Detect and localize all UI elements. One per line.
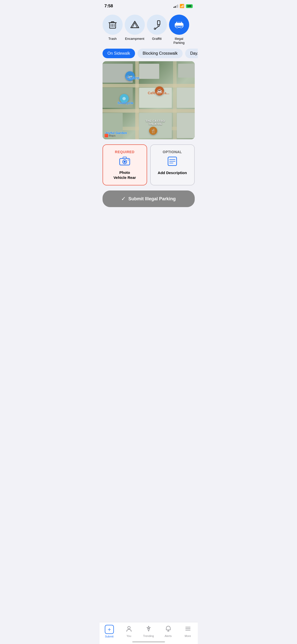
illegal-parking-icon [174,20,184,30]
camera-icon [119,156,130,168]
status-icons: 📶 100 [174,4,193,8]
encampment-label: Encampment [125,37,144,41]
svg-marker-7 [131,21,139,28]
svg-point-13 [154,28,156,29]
svg-point-22 [124,161,126,163]
svg-point-24 [128,159,129,160]
svg-rect-10 [157,21,160,25]
svg-point-18 [176,26,178,28]
status-bar: 7:58 📶 100 [100,0,198,11]
encampment-circle [125,15,145,35]
filter-blocking-crosswalk[interactable]: Blocking Crosswalk [138,49,183,58]
trash-circle [103,15,123,35]
filter-day[interactable]: Day... [185,49,197,58]
photo-card-label: PhotoVehicle Rear [113,170,136,180]
filter-list: On Sidewalk Blocking Crosswalk Day... [100,47,198,60]
submit-illegal-parking-button[interactable]: ✓ Submit Illegal Parking [103,190,195,207]
description-card-label: Add Description [158,170,187,175]
svg-line-12 [155,26,159,29]
restaurant-pin: 🍴 [149,127,157,135]
graffiti-label: Graffiti [152,37,161,41]
soulcycle-label: SoulCycle [118,101,134,105]
submit-check-icon: ✓ [121,196,126,202]
wifi-icon: 📶 [180,4,184,8]
submit-button-label: Submit Illegal Parking [128,196,176,202]
map-view[interactable]: 🚌 Castro ⊕ SoulCycle ☕ Cafe De Ca... THE… [103,61,195,139]
svg-rect-17 [175,23,183,26]
category-graffiti[interactable]: Graffiti [147,15,167,45]
graffiti-circle [147,15,167,35]
battery-icon: 100 [186,4,193,8]
category-list: Trash Encampment Graffiti [100,11,198,47]
illegal-parking-label: IllegalParking [173,37,184,45]
category-illegal-parking[interactable]: IllegalParking [169,15,189,45]
category-trash[interactable]: Trash [103,15,123,45]
illegal-parking-circle [169,15,189,35]
trash-label: Trash [108,37,117,41]
status-time: 7:58 [105,4,113,9]
signal-icon [174,4,178,8]
cafe-label: Cafe De Ca... [148,91,170,95]
photo-card[interactable]: REQUIRED PhotoVehicle Rear [103,144,147,185]
svg-rect-23 [123,157,126,158]
filter-on-sidewalk[interactable]: On Sidewalk [103,49,135,58]
graffiti-icon [152,20,162,30]
category-encampment[interactable]: Encampment [125,15,145,45]
castro-label: Castro [127,76,140,80]
description-icon [167,156,178,168]
theatre-label: THE CASTROTHEATRE [139,119,172,125]
svg-point-19 [180,26,182,28]
required-tag: REQUIRED [115,150,135,154]
optional-tag: OPTIONAL [163,150,182,154]
action-cards: REQUIRED PhotoVehicle Rear OPTIONAL Add … [100,140,198,189]
apple-maps-logo: Maps [105,134,116,137]
encampment-icon [130,20,140,30]
trash-icon [108,20,118,30]
description-card[interactable]: OPTIONAL Add Description [150,144,195,185]
